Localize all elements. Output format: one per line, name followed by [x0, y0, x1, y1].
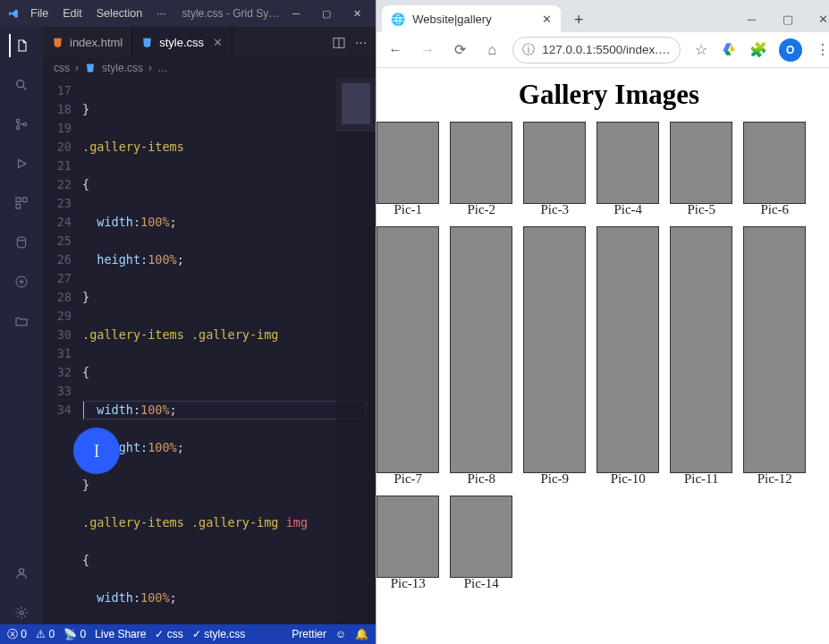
url-text: 127.0.0.1:5500/index.…: [542, 43, 670, 56]
menu-edit[interactable]: Edit: [57, 5, 88, 21]
gutter: 17 18 19 20 21 22 23 24 25 26 27 28 29 3…: [43, 78, 82, 624]
activity-bar: [0, 27, 43, 624]
gallery-img: [670, 122, 732, 204]
status-warnings[interactable]: ⚠ 0: [36, 628, 55, 640]
minimap[interactable]: [336, 78, 376, 624]
globe-icon: 🌐: [391, 13, 405, 26]
gallery-item[interactable]: Pic-5: [670, 122, 732, 217]
more-actions-icon[interactable]: ···: [355, 35, 367, 51]
status-lang[interactable]: css: [155, 628, 182, 640]
source-control-icon[interactable]: [10, 113, 33, 136]
feedback-icon[interactable]: ☺: [335, 628, 346, 640]
status-prettier[interactable]: Prettier: [292, 628, 326, 640]
reload-button[interactable]: ⟳: [448, 38, 471, 62]
browser-toolbar: ← → ⟳ ⌂ ⓘ 127.0.0.1:5500/index.… ☆ 🧩 O ⋮: [376, 32, 829, 68]
current-line-highlight: [82, 401, 367, 419]
close-tab-icon[interactable]: ✕: [542, 13, 552, 26]
new-tab-button[interactable]: +: [566, 7, 591, 32]
browser-menu-icon[interactable]: ⋮: [811, 38, 829, 62]
t: .gallery-items: [82, 140, 184, 154]
minimize-button[interactable]: ─: [734, 5, 770, 32]
gallery-item[interactable]: Pic-10: [596, 226, 659, 487]
t: {: [82, 365, 89, 379]
bell-icon[interactable]: 🔔: [355, 628, 368, 640]
code-editor[interactable]: 17 18 19 20 21 22 23 24 25 26 27 28 29 3…: [43, 78, 376, 624]
maximize-button[interactable]: ▢: [313, 1, 340, 26]
presentation-cursor-highlight: I: [73, 428, 120, 474]
live-icon[interactable]: [10, 270, 33, 293]
gallery-img: [450, 122, 512, 204]
close-tab-icon[interactable]: ✕: [213, 36, 223, 49]
gallery-item[interactable]: Pic-11: [670, 226, 732, 487]
breadcrumb-folder[interactable]: css: [54, 62, 70, 74]
browser-window-buttons: ─ ▢ ✕: [734, 5, 829, 32]
gallery-item[interactable]: Pic-1: [376, 122, 439, 217]
extensions-puzzle-icon[interactable]: 🧩: [747, 38, 770, 62]
gallery-item[interactable]: Pic-14: [450, 496, 512, 591]
search-icon[interactable]: [10, 73, 33, 97]
status-errors[interactable]: ⓧ 0: [7, 627, 27, 642]
status-port[interactable]: 📡 0: [63, 628, 86, 640]
gallery-item[interactable]: Pic-9: [523, 226, 586, 487]
breadcrumb-more[interactable]: …: [157, 62, 168, 74]
tab-style-css[interactable]: style.css ✕: [132, 27, 233, 58]
ln: 20: [43, 138, 72, 157]
explorer-icon[interactable]: [9, 34, 32, 57]
gallery-caption: Pic-12: [743, 471, 806, 487]
code-text[interactable]: } .gallery-items { width:100%; height:10…: [82, 78, 376, 624]
html-icon: [52, 37, 64, 49]
minimize-button[interactable]: ─: [283, 1, 309, 26]
svg-point-0: [17, 80, 24, 88]
t: }: [82, 102, 89, 116]
maximize-button[interactable]: ▢: [770, 5, 806, 32]
back-button[interactable]: ←: [384, 38, 407, 62]
account-icon[interactable]: [10, 562, 33, 585]
svg-point-1: [16, 119, 19, 122]
text-cursor: [83, 402, 84, 419]
breadcrumb-file[interactable]: style.css: [102, 62, 143, 74]
gallery-item[interactable]: Pic-4: [596, 122, 659, 217]
home-button[interactable]: ⌂: [480, 38, 503, 62]
run-debug-icon[interactable]: [10, 152, 33, 175]
browser-tab[interactable]: 🌐 Website|gallery ✕: [382, 5, 561, 32]
breadcrumb[interactable]: css › style.css › …: [43, 58, 376, 78]
gallery-caption: Pic-10: [596, 471, 659, 487]
status-liveshare[interactable]: Live Share: [95, 628, 146, 640]
vscode-logo-icon: [5, 5, 21, 21]
svg-point-10: [20, 611, 23, 614]
t: img: [286, 515, 308, 530]
gdrive-icon[interactable]: [722, 42, 738, 58]
profile-avatar[interactable]: O: [779, 38, 802, 62]
gallery-item[interactable]: Pic-7: [376, 226, 439, 487]
ln: 19: [43, 119, 72, 138]
site-info-icon[interactable]: ⓘ: [522, 42, 535, 58]
folder-icon[interactable]: [10, 309, 33, 333]
split-editor-icon[interactable]: [332, 36, 346, 50]
gear-icon[interactable]: [10, 601, 33, 624]
close-button[interactable]: ✕: [343, 1, 370, 26]
gallery-item[interactable]: Pic-13: [376, 496, 439, 591]
extensions-icon[interactable]: [10, 191, 33, 215]
close-button[interactable]: ✕: [806, 5, 829, 32]
ln: 34: [43, 401, 72, 419]
status-file[interactable]: style.css: [192, 628, 245, 640]
gallery-item[interactable]: Pic-6: [743, 122, 806, 217]
gallery-item[interactable]: Pic-12: [743, 226, 806, 487]
bookmark-star-icon[interactable]: ☆: [689, 38, 713, 62]
ln: 32: [43, 363, 72, 382]
gallery-img: [376, 496, 439, 578]
menu-file[interactable]: File: [25, 5, 54, 21]
gallery-item[interactable]: Pic-2: [450, 122, 512, 217]
t: .gallery-items: [82, 327, 184, 342]
chevron-right-icon: ›: [75, 62, 79, 74]
menu-selection[interactable]: Selection: [91, 5, 148, 21]
gallery-img: [376, 226, 439, 473]
menu-more[interactable]: ···: [151, 5, 171, 21]
db-icon[interactable]: [10, 231, 33, 254]
tab-index-html[interactable]: index.html: [43, 27, 132, 58]
forward-button[interactable]: →: [416, 38, 439, 62]
gallery-item[interactable]: Pic-3: [523, 122, 586, 217]
t: .gallery-img: [191, 327, 279, 342]
address-bar[interactable]: ⓘ 127.0.0.1:5500/index.…: [512, 37, 680, 64]
gallery-item[interactable]: Pic-8: [450, 226, 512, 487]
